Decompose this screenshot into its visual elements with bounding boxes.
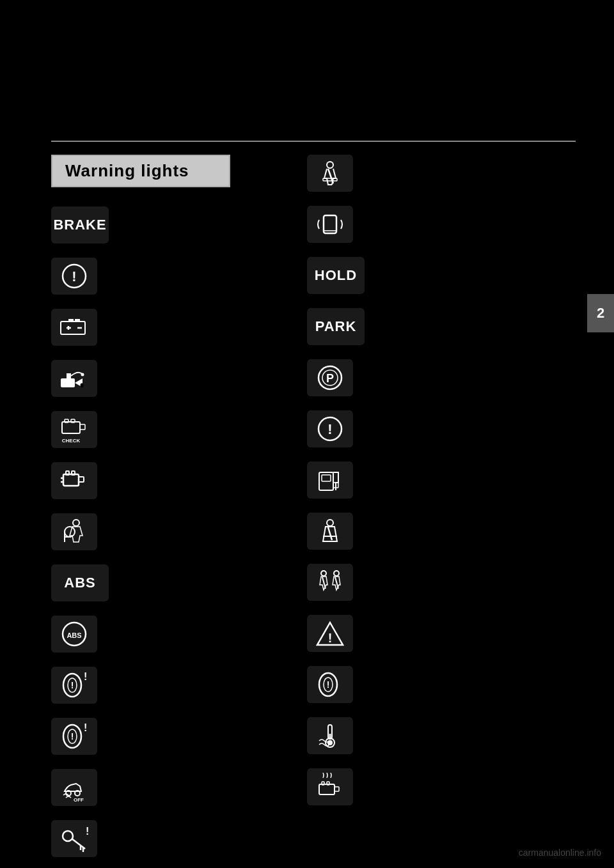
right-column: HOLD PARK P !: [307, 155, 486, 868]
svg-point-60: [334, 571, 339, 576]
svg-text:P: P: [326, 372, 334, 385]
svg-point-59: [321, 571, 326, 576]
key-warning-icon: !: [58, 825, 90, 853]
brake-label: BRAKE: [53, 217, 106, 233]
main-content: Warning lights BRAKE !: [0, 142, 614, 868]
engine-hot-icon: [314, 773, 346, 801]
abs-circle-icon: ABS: [58, 620, 90, 648]
svg-point-57: [327, 520, 333, 526]
svg-point-10: [81, 384, 84, 388]
left-column: Warning lights BRAKE !: [51, 155, 230, 868]
battery-icon: [58, 313, 90, 341]
bottom-area: carmanualonline.info: [519, 847, 601, 858]
svg-point-68: [327, 740, 333, 745]
general-warning-icon: !: [314, 619, 346, 647]
check-engine-small-icon-box: CHECK: [51, 411, 97, 448]
svg-text:!: !: [71, 680, 74, 690]
hold-icon-box: HOLD: [307, 257, 365, 294]
parking-p-icon: P: [314, 364, 346, 392]
watermark-text: carmanualonline.info: [519, 848, 601, 858]
svg-text:!: !: [72, 268, 76, 284]
svg-rect-72: [327, 782, 329, 785]
abs-text-icon-box: ABS: [51, 564, 109, 601]
svg-text:!: !: [84, 671, 87, 682]
svg-rect-55: [322, 475, 331, 481]
general-warning-icon-box: !: [307, 615, 353, 652]
brake-icon-box: BRAKE: [51, 206, 109, 244]
engine-hot-icon-box: [307, 768, 353, 805]
park-label: PARK: [315, 318, 357, 335]
svg-rect-8: [61, 378, 75, 387]
oil-pressure-icon-box: [51, 360, 97, 397]
tpms1-icon: ! !: [58, 671, 90, 699]
key-warning-icon-box: !: [51, 820, 97, 857]
info-warning-icon-box: !: [307, 410, 353, 447]
page-number: 2: [597, 305, 604, 322]
battery-icon-box: [51, 309, 97, 346]
svg-text:!: !: [71, 731, 74, 741]
svg-rect-13: [71, 419, 75, 422]
door-ajar-icon: [314, 210, 346, 238]
svg-point-45: [327, 162, 333, 168]
seatbelt-reminder-icon: [314, 159, 346, 187]
srs-airbag-icon-box: [51, 513, 97, 550]
svg-text:!: !: [327, 421, 332, 437]
fuel-low-icon: [314, 466, 346, 494]
top-area: [0, 0, 614, 141]
svg-text:CHECK: CHECK: [62, 438, 81, 444]
svg-text:OFF: OFF: [74, 797, 84, 802]
svg-rect-14: [80, 424, 85, 430]
svg-text:!: !: [328, 631, 333, 645]
abs-circle-icon-box: ABS: [51, 616, 97, 653]
svg-rect-3: [68, 319, 74, 322]
seatbelt-front-icon-box: [307, 513, 353, 550]
svg-point-9: [81, 373, 84, 376]
oil-pressure-icon: [58, 364, 90, 392]
check-engine-small-icon: CHECK: [58, 415, 90, 444]
svg-rect-19: [72, 471, 75, 475]
tpms1-icon-box: ! !: [51, 667, 97, 704]
svg-rect-12: [65, 419, 68, 422]
warning-lights-header: Warning lights: [51, 155, 230, 187]
seatbelt-reminder-icon-box: [307, 155, 353, 192]
parking-p-icon-box: P: [307, 359, 353, 396]
srs-airbag-icon: [58, 518, 90, 546]
abs-label: ABS: [64, 575, 95, 591]
warning-lights-title: Warning lights: [65, 161, 189, 180]
door-ajar-icon-box: [307, 206, 353, 243]
svg-text:!: !: [327, 679, 330, 690]
svg-text:!: !: [86, 826, 89, 837]
svg-rect-70: [319, 784, 335, 794]
svg-rect-18: [66, 471, 69, 475]
svg-rect-46: [323, 178, 337, 181]
svg-rect-4: [75, 319, 80, 322]
svg-point-23: [73, 520, 79, 526]
svg-rect-17: [63, 474, 79, 486]
tpms-flat-icon: !: [314, 670, 346, 699]
master-warning-icon-box: !: [51, 258, 97, 295]
tpms2-icon-box: ! !: [51, 718, 97, 755]
tpms2-icon: ! !: [58, 722, 90, 750]
svg-text:ABS: ABS: [67, 632, 81, 639]
park-text-icon-box: PARK: [307, 308, 365, 345]
svg-text:!: !: [84, 722, 87, 733]
svg-rect-73: [335, 787, 339, 791]
fuel-low-icon-box: [307, 461, 353, 499]
master-warning-icon: !: [58, 262, 90, 290]
tpms-flat-icon-box: !: [307, 666, 353, 703]
trac-off-icon: OFF: [58, 773, 90, 802]
page: Warning lights BRAKE !: [0, 0, 614, 868]
rear-seatbelt-icon-box: [307, 564, 353, 601]
coolant-temp-icon: [314, 722, 346, 750]
coolant-temp-icon-box: [307, 717, 353, 754]
engine-icon-box: [51, 462, 97, 499]
rear-seatbelt-icon: [314, 568, 346, 596]
seatbelt-front-icon: [314, 517, 346, 545]
svg-line-41: [72, 839, 85, 849]
page-tab: 2: [587, 294, 614, 332]
hold-label: HOLD: [315, 267, 357, 284]
svg-rect-11: [62, 422, 80, 433]
svg-rect-71: [322, 782, 324, 785]
trac-off-icon-box: OFF: [51, 769, 97, 806]
svg-point-40: [63, 831, 73, 841]
